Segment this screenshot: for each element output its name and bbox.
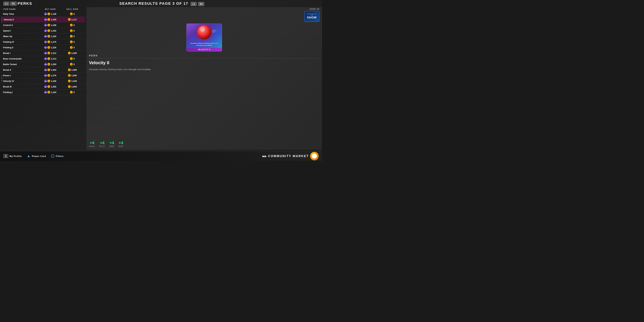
- perk-type-label: PERK: [89, 54, 320, 58]
- col-item-name: ITEM NAME: [3, 8, 39, 10]
- buy-price-value: 1,275: [51, 41, 56, 43]
- stubs-icon-sell: S: [70, 24, 73, 26]
- my-profile-label: My Profile: [10, 155, 22, 158]
- buy-price-value: 1,312: [51, 52, 56, 54]
- buy-price-cell: S 1,194: [39, 91, 61, 94]
- table-row[interactable]: Speed I S 1,252 S 0: [1, 28, 85, 34]
- table-row[interactable]: Break I S 1,312 S 1,000: [1, 50, 85, 56]
- table-row[interactable]: Rally Time S 1,146 S 0: [1, 11, 85, 17]
- l2-button[interactable]: L2: [191, 2, 196, 6]
- buy-price-cell: S 1,312: [39, 52, 61, 54]
- velocity-card: Increases Velocity, Pitching Clutch, Arm…: [186, 24, 222, 52]
- buy-price-cell: S 1,146: [39, 12, 61, 15]
- diamond-icon: [44, 79, 47, 83]
- buy-price-value: 1,404: [51, 69, 56, 71]
- stubs-icon: S: [48, 63, 50, 66]
- diamond-icon: [44, 68, 47, 72]
- diamond-icon: [44, 24, 47, 27]
- sell-price-cell: S 0: [61, 12, 84, 15]
- table-row[interactable]: Fielding I S 1,194 S 0: [1, 90, 85, 95]
- triangle-icon: [28, 155, 30, 157]
- player-card-nav[interactable]: Player Card: [27, 154, 46, 158]
- table-row[interactable]: Fielding II S 1,226 S 0: [1, 45, 85, 50]
- baseball-graphic: [197, 25, 212, 40]
- stubs-icon-sell: S: [68, 80, 71, 82]
- stubs-icon-sell: S: [70, 35, 73, 38]
- table-row[interactable]: Velocity IV S 1,346 S 1,038: [1, 78, 85, 84]
- scroll-dot: [1, 78, 2, 79]
- diamond-icon: [44, 18, 47, 21]
- header-left: L1 R1 PERKS: [4, 1, 32, 6]
- buy-price-cell: S 1,165: [39, 35, 61, 38]
- buy-price-cell: S 1,285: [39, 85, 61, 88]
- stubs-icon-sell: S: [70, 46, 73, 49]
- buy-price-value: 1,188: [51, 24, 56, 26]
- sell-price-cell: S 1,117: [61, 18, 84, 21]
- table-rows: Rally Time S 1,146 S 0 Velocity II S 1,4…: [1, 11, 85, 95]
- table-row[interactable]: Wake Up S 1,165 S 0: [1, 34, 85, 39]
- sell-price-value: 1,000: [71, 52, 77, 54]
- scroll-dot: [1, 80, 2, 81]
- diamond-icon: [44, 12, 47, 16]
- stat-label: VELO: [89, 145, 95, 147]
- table-row[interactable]: Fielding IV S 1,275 S 0: [1, 39, 85, 45]
- buy-price-cell: S 1,188: [39, 24, 61, 26]
- player-card-icon: [27, 154, 30, 158]
- sell-price-cell: S 0: [61, 57, 84, 60]
- stubs-icon-sell: S: [68, 18, 71, 21]
- table-row[interactable]: Base Commander S 1,213 S 0: [1, 56, 85, 62]
- stat-value: +4: [99, 140, 105, 145]
- stubs-icon-sell: S: [68, 85, 71, 88]
- table-row[interactable]: Battle Tested S 1,200 S 0: [1, 62, 85, 67]
- col-buy-now: BUY NOW: [39, 8, 61, 10]
- stat-label: ARM: [109, 145, 114, 147]
- stubs-icon: S: [48, 40, 50, 43]
- stats-section: +4 VELO +4 PCLT +4 ARM +4 DUR: [89, 139, 320, 149]
- sell-price-cell: S 1,000: [61, 74, 84, 77]
- row-item-name: Break II: [3, 69, 39, 71]
- sell-price-value: 0: [74, 24, 74, 26]
- diamond-icon: [44, 46, 47, 49]
- stubs-icon-sell: S: [68, 52, 71, 54]
- used-in-block: USED IN ROAD TO THE THE SHOW: [304, 8, 320, 22]
- row-item-name: Fielding I: [3, 91, 39, 94]
- stat-value: +4: [118, 140, 123, 145]
- card-name-bar: VELOCITY II: [186, 48, 222, 51]
- row-item-name: Break I: [3, 52, 39, 54]
- bottom-bar: My Profile Player Card ⊙ Filters ▶▶ COMM…: [0, 151, 322, 161]
- table-row[interactable]: Break III S 1,285 S 1,000: [1, 84, 85, 90]
- r2-button[interactable]: R2: [198, 2, 204, 6]
- l1-button[interactable]: L1: [4, 2, 9, 6]
- table-row[interactable]: Power I S 1,276 S 1,000: [1, 73, 85, 78]
- filters-label: Filters: [56, 155, 64, 158]
- grid-icon: [4, 155, 7, 157]
- buy-price-cell: S 1,439: [39, 18, 61, 21]
- filters-nav[interactable]: ⊙ Filters: [51, 154, 64, 158]
- row-item-name: Fielding II: [3, 46, 39, 49]
- row-item-name: Break III: [3, 86, 39, 88]
- sell-price-cell: S 0: [61, 24, 84, 26]
- stat-value: +4: [89, 140, 95, 145]
- table-row[interactable]: Break II S 1,404 S 1,009: [1, 67, 85, 73]
- header-center: SEARCH RESULTS PAGE 3 OF 17 L2 R2: [119, 1, 204, 6]
- stubs-icon: S: [48, 74, 50, 77]
- market-arrows-icon: ▶▶: [262, 154, 266, 158]
- table-row[interactable]: Velocity II S 1,439 S 1,117: [1, 17, 85, 22]
- stubs-icon: S: [48, 85, 50, 88]
- stubs-icon-sell: S: [70, 63, 73, 66]
- stubs-icon: S: [48, 29, 50, 32]
- filters-icon: ⊙: [51, 154, 54, 158]
- sell-price-cell: S 0: [61, 29, 84, 32]
- road-to-show-badge[interactable]: ROAD TO THE THE SHOW: [304, 11, 320, 22]
- r1-button[interactable]: R1: [10, 2, 16, 6]
- stat-label: DUR: [118, 145, 123, 147]
- sell-price-value: 1,009: [71, 69, 77, 71]
- my-profile-nav[interactable]: My Profile: [4, 154, 22, 158]
- stubs-icon: S: [48, 35, 50, 38]
- row-item-name: Control II: [3, 24, 39, 26]
- detail-panel: USED IN ROAD TO THE THE SHOW: [86, 7, 322, 150]
- sell-price-cell: S 1,009: [61, 68, 84, 71]
- row-item-name: Velocity II: [4, 18, 39, 21]
- table-row[interactable]: Control II S 1,188 S 0: [1, 22, 85, 28]
- buy-price-value: 1,252: [51, 30, 56, 32]
